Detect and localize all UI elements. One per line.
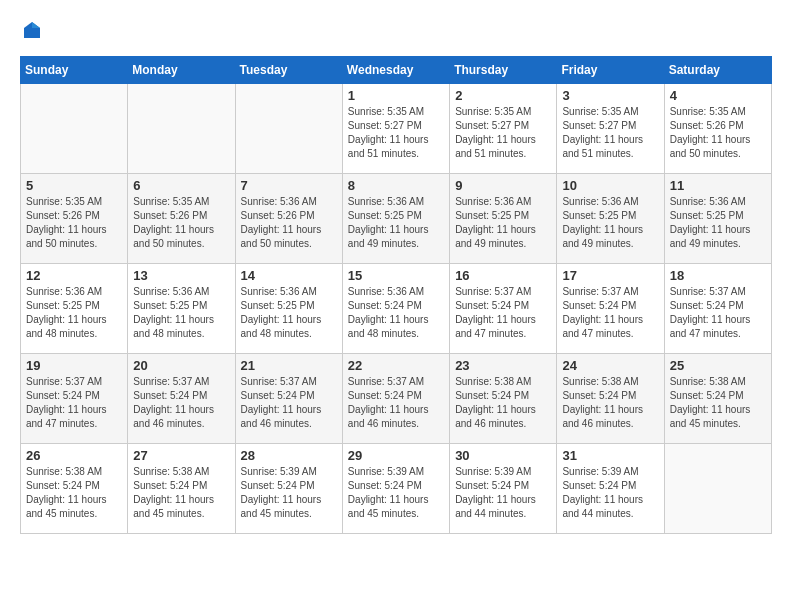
day-info: Sunrise: 5:35 AM Sunset: 5:27 PM Dayligh… <box>562 105 658 161</box>
day-info: Sunrise: 5:36 AM Sunset: 5:24 PM Dayligh… <box>348 285 444 341</box>
calendar-cell: 14Sunrise: 5:36 AM Sunset: 5:25 PM Dayli… <box>235 264 342 354</box>
day-number: 7 <box>241 178 337 193</box>
day-number: 19 <box>26 358 122 373</box>
day-number: 13 <box>133 268 229 283</box>
day-info: Sunrise: 5:36 AM Sunset: 5:26 PM Dayligh… <box>241 195 337 251</box>
day-info: Sunrise: 5:37 AM Sunset: 5:24 PM Dayligh… <box>348 375 444 431</box>
calendar-cell: 24Sunrise: 5:38 AM Sunset: 5:24 PM Dayli… <box>557 354 664 444</box>
calendar-cell: 23Sunrise: 5:38 AM Sunset: 5:24 PM Dayli… <box>450 354 557 444</box>
calendar-cell: 30Sunrise: 5:39 AM Sunset: 5:24 PM Dayli… <box>450 444 557 534</box>
day-info: Sunrise: 5:35 AM Sunset: 5:26 PM Dayligh… <box>133 195 229 251</box>
day-number: 14 <box>241 268 337 283</box>
logo-icon <box>22 20 42 40</box>
day-info: Sunrise: 5:38 AM Sunset: 5:24 PM Dayligh… <box>670 375 766 431</box>
calendar-table: SundayMondayTuesdayWednesdayThursdayFrid… <box>20 56 772 534</box>
logo <box>20 20 42 40</box>
day-number: 22 <box>348 358 444 373</box>
day-info: Sunrise: 5:37 AM Sunset: 5:24 PM Dayligh… <box>133 375 229 431</box>
calendar-cell: 17Sunrise: 5:37 AM Sunset: 5:24 PM Dayli… <box>557 264 664 354</box>
day-info: Sunrise: 5:39 AM Sunset: 5:24 PM Dayligh… <box>562 465 658 521</box>
calendar-cell: 7Sunrise: 5:36 AM Sunset: 5:26 PM Daylig… <box>235 174 342 264</box>
day-number: 31 <box>562 448 658 463</box>
calendar-cell: 28Sunrise: 5:39 AM Sunset: 5:24 PM Dayli… <box>235 444 342 534</box>
day-number: 8 <box>348 178 444 193</box>
day-number: 10 <box>562 178 658 193</box>
day-info: Sunrise: 5:39 AM Sunset: 5:24 PM Dayligh… <box>455 465 551 521</box>
day-info: Sunrise: 5:36 AM Sunset: 5:25 PM Dayligh… <box>562 195 658 251</box>
calendar-cell: 12Sunrise: 5:36 AM Sunset: 5:25 PM Dayli… <box>21 264 128 354</box>
calendar-cell: 10Sunrise: 5:36 AM Sunset: 5:25 PM Dayli… <box>557 174 664 264</box>
calendar-week-row: 1Sunrise: 5:35 AM Sunset: 5:27 PM Daylig… <box>21 84 772 174</box>
weekday-header-row: SundayMondayTuesdayWednesdayThursdayFrid… <box>21 57 772 84</box>
day-number: 28 <box>241 448 337 463</box>
day-number: 11 <box>670 178 766 193</box>
day-info: Sunrise: 5:37 AM Sunset: 5:24 PM Dayligh… <box>26 375 122 431</box>
day-info: Sunrise: 5:38 AM Sunset: 5:24 PM Dayligh… <box>133 465 229 521</box>
weekday-header-thursday: Thursday <box>450 57 557 84</box>
day-info: Sunrise: 5:35 AM Sunset: 5:26 PM Dayligh… <box>670 105 766 161</box>
day-info: Sunrise: 5:38 AM Sunset: 5:24 PM Dayligh… <box>26 465 122 521</box>
day-number: 9 <box>455 178 551 193</box>
day-info: Sunrise: 5:35 AM Sunset: 5:26 PM Dayligh… <box>26 195 122 251</box>
calendar-cell: 19Sunrise: 5:37 AM Sunset: 5:24 PM Dayli… <box>21 354 128 444</box>
day-info: Sunrise: 5:39 AM Sunset: 5:24 PM Dayligh… <box>348 465 444 521</box>
calendar-week-row: 26Sunrise: 5:38 AM Sunset: 5:24 PM Dayli… <box>21 444 772 534</box>
calendar-cell <box>664 444 771 534</box>
svg-marker-1 <box>32 22 40 28</box>
day-info: Sunrise: 5:37 AM Sunset: 5:24 PM Dayligh… <box>562 285 658 341</box>
day-number: 15 <box>348 268 444 283</box>
calendar-week-row: 5Sunrise: 5:35 AM Sunset: 5:26 PM Daylig… <box>21 174 772 264</box>
day-number: 2 <box>455 88 551 103</box>
day-number: 30 <box>455 448 551 463</box>
calendar-cell: 11Sunrise: 5:36 AM Sunset: 5:25 PM Dayli… <box>664 174 771 264</box>
day-info: Sunrise: 5:37 AM Sunset: 5:24 PM Dayligh… <box>241 375 337 431</box>
day-info: Sunrise: 5:36 AM Sunset: 5:25 PM Dayligh… <box>348 195 444 251</box>
weekday-header-tuesday: Tuesday <box>235 57 342 84</box>
day-number: 5 <box>26 178 122 193</box>
calendar-week-row: 12Sunrise: 5:36 AM Sunset: 5:25 PM Dayli… <box>21 264 772 354</box>
day-info: Sunrise: 5:36 AM Sunset: 5:25 PM Dayligh… <box>26 285 122 341</box>
day-info: Sunrise: 5:36 AM Sunset: 5:25 PM Dayligh… <box>133 285 229 341</box>
page-header <box>20 20 772 40</box>
day-info: Sunrise: 5:35 AM Sunset: 5:27 PM Dayligh… <box>455 105 551 161</box>
calendar-cell: 16Sunrise: 5:37 AM Sunset: 5:24 PM Dayli… <box>450 264 557 354</box>
day-info: Sunrise: 5:37 AM Sunset: 5:24 PM Dayligh… <box>455 285 551 341</box>
calendar-cell <box>21 84 128 174</box>
weekday-header-sunday: Sunday <box>21 57 128 84</box>
weekday-header-saturday: Saturday <box>664 57 771 84</box>
day-info: Sunrise: 5:37 AM Sunset: 5:24 PM Dayligh… <box>670 285 766 341</box>
day-number: 12 <box>26 268 122 283</box>
calendar-cell: 20Sunrise: 5:37 AM Sunset: 5:24 PM Dayli… <box>128 354 235 444</box>
day-info: Sunrise: 5:36 AM Sunset: 5:25 PM Dayligh… <box>670 195 766 251</box>
calendar-cell: 2Sunrise: 5:35 AM Sunset: 5:27 PM Daylig… <box>450 84 557 174</box>
day-number: 1 <box>348 88 444 103</box>
day-info: Sunrise: 5:36 AM Sunset: 5:25 PM Dayligh… <box>455 195 551 251</box>
day-number: 17 <box>562 268 658 283</box>
day-info: Sunrise: 5:36 AM Sunset: 5:25 PM Dayligh… <box>241 285 337 341</box>
day-info: Sunrise: 5:38 AM Sunset: 5:24 PM Dayligh… <box>562 375 658 431</box>
calendar-cell: 15Sunrise: 5:36 AM Sunset: 5:24 PM Dayli… <box>342 264 449 354</box>
day-number: 23 <box>455 358 551 373</box>
day-number: 18 <box>670 268 766 283</box>
calendar-cell: 26Sunrise: 5:38 AM Sunset: 5:24 PM Dayli… <box>21 444 128 534</box>
day-number: 3 <box>562 88 658 103</box>
day-number: 24 <box>562 358 658 373</box>
calendar-cell: 1Sunrise: 5:35 AM Sunset: 5:27 PM Daylig… <box>342 84 449 174</box>
day-number: 20 <box>133 358 229 373</box>
calendar-cell: 22Sunrise: 5:37 AM Sunset: 5:24 PM Dayli… <box>342 354 449 444</box>
day-number: 6 <box>133 178 229 193</box>
calendar-cell: 6Sunrise: 5:35 AM Sunset: 5:26 PM Daylig… <box>128 174 235 264</box>
calendar-week-row: 19Sunrise: 5:37 AM Sunset: 5:24 PM Dayli… <box>21 354 772 444</box>
weekday-header-friday: Friday <box>557 57 664 84</box>
day-number: 21 <box>241 358 337 373</box>
day-number: 25 <box>670 358 766 373</box>
calendar-cell: 8Sunrise: 5:36 AM Sunset: 5:25 PM Daylig… <box>342 174 449 264</box>
calendar-cell: 18Sunrise: 5:37 AM Sunset: 5:24 PM Dayli… <box>664 264 771 354</box>
day-number: 27 <box>133 448 229 463</box>
day-number: 26 <box>26 448 122 463</box>
calendar-cell: 4Sunrise: 5:35 AM Sunset: 5:26 PM Daylig… <box>664 84 771 174</box>
calendar-cell: 5Sunrise: 5:35 AM Sunset: 5:26 PM Daylig… <box>21 174 128 264</box>
day-number: 29 <box>348 448 444 463</box>
day-info: Sunrise: 5:35 AM Sunset: 5:27 PM Dayligh… <box>348 105 444 161</box>
day-info: Sunrise: 5:38 AM Sunset: 5:24 PM Dayligh… <box>455 375 551 431</box>
